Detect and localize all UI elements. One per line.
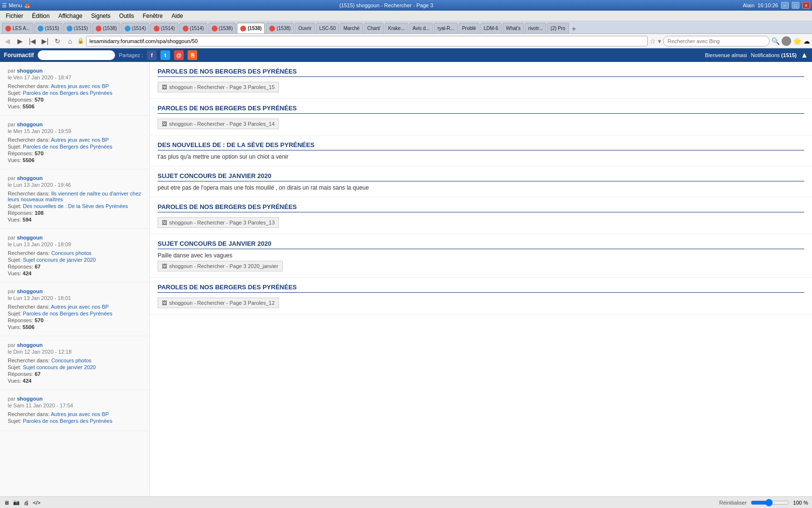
- tab-9[interactable]: (1538): [266, 23, 294, 33]
- tab-probleme[interactable]: Problè: [459, 23, 479, 33]
- result-title-0[interactable]: PAROLES DE NOS BERGERS DES PYRÉNÉES: [158, 68, 804, 77]
- result-title-6[interactable]: PAROLES DE NOS BERGERS DES PYRÉNÉES: [158, 284, 804, 293]
- address-bar: ◀ ▶ |◀ ▶| ↻ ⌂ 🔒 ☆ ▾ 🔍 🌟 ☁: [0, 34, 812, 48]
- reload-button[interactable]: ↻: [52, 36, 63, 46]
- result-text-2: t'as plus qu'a mettre une option sur un …: [158, 153, 804, 160]
- url-input[interactable]: [86, 36, 648, 46]
- menu-icon[interactable]: ☰: [2, 2, 7, 9]
- tab-lsc[interactable]: LSC-50: [316, 23, 339, 33]
- sujet-link-5[interactable]: Sujet concours de janvier 2020: [23, 364, 96, 370]
- result-rechercher-2: Rechercher dans: Ils viennent de naître …: [8, 191, 142, 202]
- result-sujet-6: Sujet: Paroles de nos Bergers des Pyréné…: [8, 418, 142, 424]
- rechercher-link-0[interactable]: Autres jeux avec nos BP: [51, 83, 109, 89]
- notif-count[interactable]: (1515): [781, 52, 797, 58]
- tab-ryal[interactable]: ryal-R...: [434, 23, 458, 33]
- back-button[interactable]: ◀: [2, 36, 13, 46]
- rechercher-link-3[interactable]: Concours photos: [51, 250, 91, 256]
- result-content-5: SUJET CONCOURS DE JANVIER 2020 Paille da…: [150, 234, 812, 278]
- rechercher-link-2[interactable]: Ils viennent de naître ou d'arriver chez…: [8, 191, 141, 202]
- tab-marche[interactable]: Marché: [340, 23, 362, 33]
- tab-2pro[interactable]: (2) Pro: [547, 23, 569, 33]
- title-bar: ☰ Menu 🦊 (1515) shoggoun - Rechercher - …: [0, 0, 812, 11]
- author-link-0[interactable]: shoggoun: [17, 68, 43, 74]
- rechercher-link-6[interactable]: Autres jeux avec nos BP: [51, 411, 109, 417]
- forumactif-search[interactable]: [38, 50, 115, 60]
- tab-1[interactable]: (1515): [34, 23, 62, 33]
- tab-2[interactable]: (1515): [63, 23, 91, 33]
- result-rechercher-1: Rechercher dans: Autres jeux avec nos BP: [8, 137, 142, 143]
- addon-icon[interactable]: 🌟: [793, 37, 801, 45]
- tab-4[interactable]: (1514): [121, 23, 149, 33]
- result-rechercher-6: Rechercher dans: Autres jeux avec nos BP: [8, 411, 142, 417]
- author-link-4[interactable]: shoggoun: [17, 288, 43, 294]
- menu-fichier[interactable]: Fichier: [2, 12, 27, 20]
- author-link-3[interactable]: shoggoun: [17, 235, 43, 240]
- tab-kraken[interactable]: Krake...: [385, 23, 408, 33]
- menu-fenetre[interactable]: Fenêtre: [139, 12, 166, 20]
- tab-5[interactable]: (1514): [150, 23, 178, 33]
- result-title-2[interactable]: DES NOUVELLES DE : DE LA SÈVE DES PYRÉNÉ…: [158, 141, 804, 150]
- minimize-button[interactable]: −: [781, 2, 789, 9]
- tab-7[interactable]: (1538): [208, 23, 236, 33]
- result-title-5[interactable]: SUJET CONCOURS DE JANVIER 2020: [158, 240, 804, 249]
- email-icon[interactable]: @: [174, 50, 184, 60]
- forumactif-logo[interactable]: Forumactif: [4, 52, 34, 59]
- menu-affichage[interactable]: Affichage: [55, 12, 87, 20]
- menu-outils[interactable]: Outils: [116, 12, 138, 20]
- tab-active[interactable]: (1538): [237, 23, 265, 33]
- menu-label[interactable]: Menu: [9, 2, 22, 8]
- bookmark-icon[interactable]: ☆: [650, 37, 656, 45]
- result-rechercher-5: Rechercher dans: Concours photos: [8, 358, 142, 363]
- result-title-4[interactable]: PAROLES DE NOS BERGERS DES PYRÉNÉES: [158, 203, 804, 212]
- menu-aide[interactable]: Aide: [168, 12, 187, 20]
- menu-edition[interactable]: Édition: [28, 12, 54, 20]
- result-reponses-1: Réponses: 570: [8, 150, 142, 156]
- sujet-link-1[interactable]: Paroles de nos Bergers des Pyrénées: [23, 144, 112, 149]
- fa-up-button[interactable]: ▲: [800, 51, 808, 60]
- tab-3[interactable]: (1538): [92, 23, 120, 33]
- rechercher-link-5[interactable]: Concours photos: [51, 358, 91, 363]
- result-meta-2: par shoggoun le Lun 13 Jan 2020 - 19:46 …: [0, 169, 149, 229]
- forward-button[interactable]: ▶: [14, 36, 25, 46]
- tab-whats[interactable]: What's: [503, 23, 524, 33]
- rss-icon[interactable]: ⎘: [188, 50, 197, 60]
- rechercher-link-1[interactable]: Autres jeux avec nos BP: [51, 137, 109, 143]
- facebook-icon[interactable]: f: [147, 50, 157, 60]
- maximize-button[interactable]: □: [792, 2, 799, 9]
- menu-signets[interactable]: Signets: [87, 12, 115, 20]
- result-meta-6: par shoggoun le Sam 11 Jan 2020 - 17:54 …: [0, 390, 149, 431]
- tab-0[interactable]: LES A...: [2, 23, 33, 33]
- twitter-icon[interactable]: t: [160, 50, 170, 60]
- first-page-button[interactable]: |◀: [27, 36, 38, 46]
- cloud-sync-icon[interactable]: ☁: [803, 37, 810, 45]
- home-button[interactable]: ⌂: [65, 36, 75, 46]
- close-button[interactable]: ×: [802, 2, 810, 9]
- result-sujet-4: Sujet: Paroles de nos Bergers des Pyréné…: [8, 311, 142, 316]
- search-input[interactable]: [663, 36, 769, 46]
- result-sujet-1: Sujet: Paroles de nos Bergers des Pyréné…: [8, 144, 142, 149]
- sujet-link-4[interactable]: Paroles de nos Bergers des Pyrénées: [23, 311, 112, 316]
- author-link-2[interactable]: shoggoun: [17, 175, 43, 181]
- tab-ldm[interactable]: LDM-6: [480, 23, 502, 33]
- tab-rivotr[interactable]: rivotr...: [525, 23, 546, 33]
- new-tab-button[interactable]: +: [572, 25, 576, 33]
- bing-search-icon[interactable]: 🔍: [771, 37, 780, 45]
- result-title-1[interactable]: PAROLES DE NOS BERGERS DES PYRÉNÉES: [158, 105, 804, 114]
- author-link-6[interactable]: shoggoun: [17, 396, 43, 402]
- result-title-3[interactable]: SUJET CONCOURS DE JANVIER 2020: [158, 172, 804, 181]
- sujet-link-0[interactable]: Paroles de nos Bergers des Pyrénées: [23, 90, 112, 96]
- sujet-link-3[interactable]: Sujet concours de janvier 2020: [23, 257, 96, 263]
- menu-bar: Fichier Édition Affichage Signets Outils…: [0, 11, 812, 21]
- rechercher-link-4[interactable]: Autres jeux avec nos BP: [51, 304, 109, 310]
- last-page-button[interactable]: ▶|: [40, 36, 50, 46]
- tab-avis[interactable]: Avis d...: [409, 23, 433, 33]
- result-text-5: Paille danse avec les vagues: [158, 252, 804, 259]
- tab-chart[interactable]: Chart/: [364, 23, 384, 33]
- tab-6[interactable]: (1514): [179, 23, 207, 33]
- author-link-1[interactable]: shoggoun: [17, 121, 43, 127]
- author-link-5[interactable]: shoggoun: [17, 342, 43, 348]
- result-reponses-2: Réponses: 108: [8, 210, 142, 216]
- sujet-link-6[interactable]: Paroles de nos Bergers des Pyrénées: [23, 418, 112, 424]
- tab-ouvrir[interactable]: Ouvrir: [295, 23, 315, 33]
- sujet-link-2[interactable]: Des nouvelles de : De la Sève des Pyréné…: [23, 203, 128, 209]
